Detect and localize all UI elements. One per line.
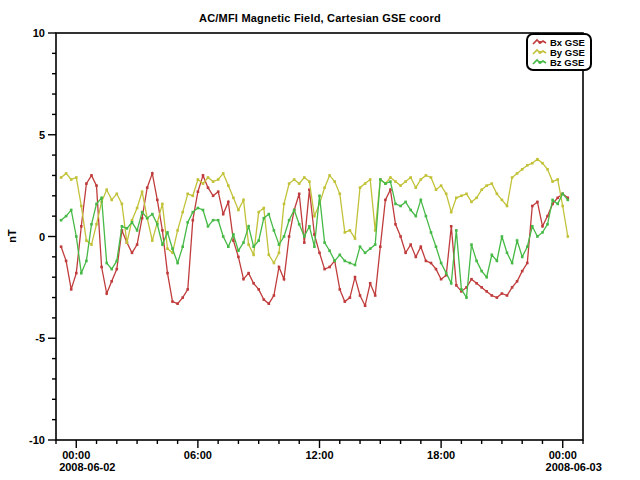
data-point-marker [126,227,129,230]
data-point-marker [379,178,382,181]
data-point-marker [541,225,544,228]
data-point-marker [465,296,468,299]
data-point-marker [496,193,499,196]
data-point-marker [333,260,336,263]
data-point-marker [257,288,260,291]
data-point-marker [298,223,301,226]
data-point-marker [116,268,119,271]
data-point-marker [541,162,544,165]
data-point-marker [166,231,169,234]
data-point-marker [485,276,488,279]
data-point-marker [470,278,473,281]
data-point-marker [121,203,124,206]
data-point-marker [136,229,139,232]
data-point-marker [480,188,483,191]
bz-line-swatch-icon [532,58,547,67]
data-point-marker [420,245,423,248]
data-point-marker [425,174,428,177]
data-point-marker [445,272,448,275]
data-point-marker [298,193,301,196]
data-point-marker [501,235,504,238]
data-point-marker [516,280,519,283]
data-point-marker [110,280,113,283]
series-bz-gse [60,178,569,299]
data-point-marker [526,262,529,265]
data-point-marker [374,243,377,246]
data-point-marker [364,182,367,185]
data-point-marker [349,229,352,232]
data-point-marker [222,172,225,175]
data-point-marker [242,199,245,202]
x-axis: 00:002008-06-0206:0012:0018:0000:002008-… [56,440,602,473]
data-point-marker [237,209,240,212]
data-point-marker [475,197,478,200]
data-point-marker [450,225,453,228]
data-point-marker [359,245,362,248]
data-point-marker [328,266,331,269]
data-point-marker [156,223,159,226]
data-point-marker [80,205,83,208]
data-point-marker [268,213,271,216]
by-line-swatch-icon [532,48,547,57]
data-point-marker [556,197,559,200]
data-point-marker [65,215,68,218]
data-point-marker [146,217,149,220]
data-point-marker [556,203,559,206]
data-point-marker [136,207,139,210]
data-point-marker [166,272,169,275]
y-axis: 1050-5-10 [29,27,56,446]
data-point-marker [440,262,443,265]
data-point-marker [283,235,286,238]
chart-canvas: 1050-5-1000:002008-06-0206:0012:0018:000… [0,0,640,480]
data-point-marker [176,262,179,265]
data-point-marker [151,239,154,242]
data-point-marker [369,247,372,250]
data-point-marker [197,178,200,181]
data-point-marker [359,294,362,297]
data-point-marker [217,190,220,193]
data-point-marker [536,201,539,204]
data-point-marker [75,272,78,275]
data-point-marker [531,162,534,165]
data-point-marker [521,270,524,273]
data-point-marker [268,254,271,257]
data-point-marker [384,199,387,202]
data-point-marker [455,229,458,232]
data-point-marker [516,172,519,175]
data-point-marker [470,243,473,246]
data-point-marker [202,209,205,212]
data-point-marker [470,201,473,204]
data-point-marker [404,180,407,183]
data-point-marker [181,245,184,248]
y-tick-label: 5 [39,129,45,141]
data-point-marker [181,296,184,299]
data-point-marker [232,197,235,200]
data-point-marker [344,231,347,234]
data-point-marker [131,252,134,255]
data-point-marker [116,260,119,263]
data-point-marker [288,219,291,222]
data-point-marker [394,203,397,206]
data-point-marker [404,201,407,204]
data-point-marker [252,254,255,257]
data-point-marker [100,266,103,269]
data-point-marker [551,180,554,183]
data-point-marker [546,168,549,171]
data-point-marker [531,205,534,208]
data-point-marker [364,252,367,255]
y-tick-label: -10 [29,434,45,446]
data-point-marker [197,190,200,193]
data-point-marker [121,225,124,228]
data-point-marker [536,158,539,161]
plot-border [56,33,583,440]
data-point-marker [70,288,73,291]
data-point-marker [506,252,509,255]
data-point-marker [440,184,443,187]
data-point-marker [105,292,108,295]
series-line [61,180,568,298]
data-point-marker [293,209,296,212]
data-point-marker [374,294,377,297]
data-point-marker [409,243,412,246]
data-point-marker [420,178,423,181]
data-point-marker [75,176,78,179]
